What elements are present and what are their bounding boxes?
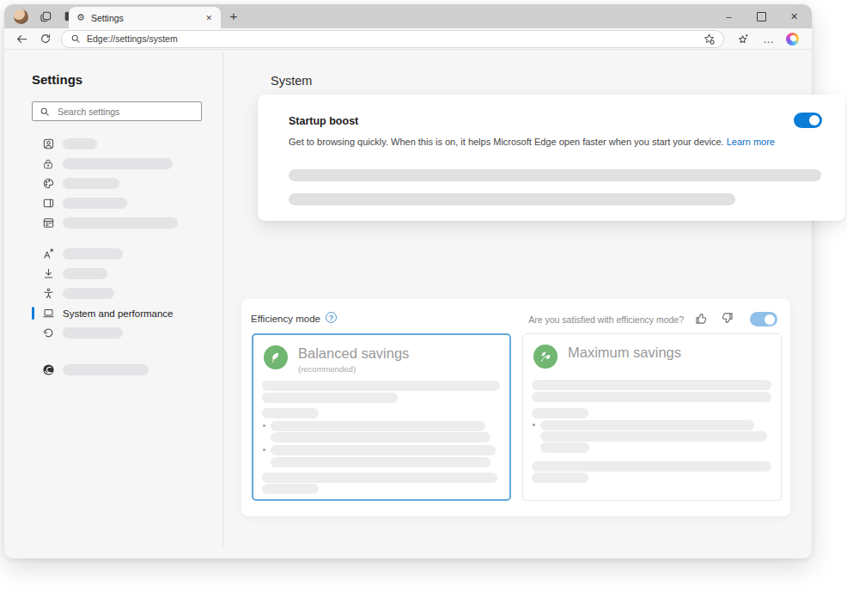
- startup-boost-description: Get to browsing quickly. When this is on…: [289, 137, 775, 147]
- favorites-icon[interactable]: [736, 32, 750, 46]
- sidebar-item[interactable]: [32, 193, 222, 213]
- sidebar-title: Settings: [32, 72, 222, 87]
- skeleton-bar: [63, 248, 123, 259]
- bullet-dot: [263, 448, 265, 451]
- sidebar-item[interactable]: [32, 174, 222, 193]
- skeleton-bar: [262, 393, 398, 403]
- skeleton-bar: [540, 431, 767, 442]
- skeleton-bar: [540, 442, 589, 453]
- skeleton-bar: [63, 364, 149, 375]
- leaves-icon: [533, 345, 558, 369]
- tab-settings[interactable]: ⚙ Settings ✕: [69, 7, 221, 28]
- card-title: Balanced savings: [298, 345, 409, 362]
- settings-page: Settings System and performance System S…: [4, 50, 812, 558]
- survey-toggle[interactable]: [750, 312, 777, 326]
- new-tab-button[interactable]: +: [226, 8, 241, 23]
- sidebar-item[interactable]: [32, 284, 222, 303]
- skeleton-bar: [63, 217, 178, 229]
- skeleton-bar: [63, 178, 119, 189]
- page-title: System: [271, 74, 312, 88]
- browser-toolbar: Edge://settings/system …: [4, 28, 812, 50]
- copilot-icon[interactable]: [786, 33, 799, 46]
- sidebar-item[interactable]: [32, 323, 222, 343]
- startup-boost-toggle[interactable]: [794, 113, 822, 128]
- refresh-icon[interactable]: [39, 32, 52, 46]
- edge-logo-icon: [41, 363, 55, 377]
- skeleton-bar: [271, 445, 496, 455]
- skeleton-bar: [63, 138, 97, 149]
- sidebar-item[interactable]: [32, 360, 222, 380]
- screenshot-stage: { "window_controls": {"minimize": "–", "…: [0, 0, 847, 616]
- toggle-knob: [765, 314, 775, 325]
- sidebar-nav-group: [32, 134, 222, 233]
- shopping-gear-icon[interactable]: [703, 33, 716, 46]
- maximize-icon: [757, 12, 766, 21]
- close-button[interactable]: ✕: [789, 11, 800, 22]
- main-panel: System Startup boost Get to browsing qui…: [223, 50, 812, 558]
- sidebar-item[interactable]: [32, 213, 222, 233]
- sidebar-item[interactable]: [32, 134, 222, 154]
- toggle-knob: [809, 115, 820, 125]
- browser-window: ⚙ Settings ✕ + – ✕: [4, 4, 812, 558]
- search-input[interactable]: [56, 106, 188, 118]
- skeleton-bar: [532, 473, 588, 483]
- efficiency-mode-panel: Efficiency mode ? Are you satisfied with…: [241, 299, 790, 516]
- startup-boost-title: Startup boost: [289, 115, 358, 127]
- tab-gear-icon: ⚙: [76, 13, 85, 22]
- settings-search-box[interactable]: [32, 101, 202, 121]
- sidebar-nav-group: System and performance: [32, 244, 222, 343]
- privacy-icon: [41, 157, 55, 171]
- skeleton-bar: [262, 473, 497, 483]
- languages-icon: [41, 247, 55, 261]
- skeleton-bar: [63, 158, 173, 169]
- maximum-savings-card[interactable]: Maximum savings: [522, 333, 782, 501]
- skeleton-bar: [532, 461, 771, 472]
- skeleton-bar: [289, 169, 821, 181]
- sidebar-item-label: System and performance: [63, 308, 173, 319]
- back-icon[interactable]: [15, 32, 28, 46]
- balanced-savings-card[interactable]: Balanced savings(recommended): [252, 333, 511, 501]
- skeleton-bar: [262, 381, 500, 391]
- maximize-button[interactable]: [756, 11, 767, 22]
- profile-icon: [41, 137, 55, 151]
- address-bar[interactable]: Edge://settings/system: [61, 30, 724, 48]
- survey-question: Are you satisfied with efficiency mode?: [528, 314, 684, 325]
- tab-close-icon[interactable]: ✕: [205, 14, 212, 22]
- startup-boost-card: Startup boost Get to browsing quickly. W…: [258, 95, 845, 221]
- skeleton-bar: [540, 420, 754, 430]
- accessibility-icon: [41, 287, 55, 301]
- bullet-dot: [263, 424, 265, 427]
- settings-sidebar: Settings System and performance: [4, 50, 222, 558]
- skeleton-bar: [63, 327, 123, 338]
- skeleton-bar: [532, 392, 771, 402]
- sidebar-item-system-and-performance[interactable]: System and performance: [32, 303, 222, 323]
- thumbs-up-icon[interactable]: [694, 311, 709, 326]
- search-icon: [40, 107, 50, 117]
- bullet-dot: [533, 424, 535, 426]
- more-menu-icon[interactable]: …: [762, 32, 776, 46]
- profile-avatar[interactable]: [14, 9, 28, 24]
- skeleton-bar: [262, 484, 319, 494]
- workspaces-icon[interactable]: [39, 9, 52, 23]
- help-icon[interactable]: ?: [326, 312, 337, 323]
- skeleton-bar: [262, 408, 319, 418]
- learn-more-link[interactable]: Learn more: [727, 137, 775, 147]
- skeleton-bar: [271, 432, 491, 442]
- start-home-icon: [41, 217, 55, 230]
- sidebar-nav: System and performance: [32, 134, 222, 380]
- leaf-icon: [264, 345, 288, 369]
- skeleton-bar: [63, 288, 114, 299]
- skeleton-bar: [532, 408, 588, 418]
- reset-icon: [41, 326, 55, 340]
- sidebar-item[interactable]: [32, 244, 222, 264]
- tab-strip: ⚙ Settings ✕ + – ✕: [4, 4, 812, 28]
- system-icon: [41, 307, 55, 320]
- sidebar-item[interactable]: [32, 154, 222, 174]
- minimize-button[interactable]: –: [723, 11, 734, 22]
- thumbs-down-icon[interactable]: [720, 311, 734, 326]
- card-title: Maximum savings: [568, 345, 681, 361]
- skeleton-bar: [271, 457, 491, 467]
- url-text[interactable]: Edge://settings/system: [87, 34, 703, 44]
- sidebar-item[interactable]: [32, 264, 222, 284]
- skeleton-bar: [271, 421, 485, 431]
